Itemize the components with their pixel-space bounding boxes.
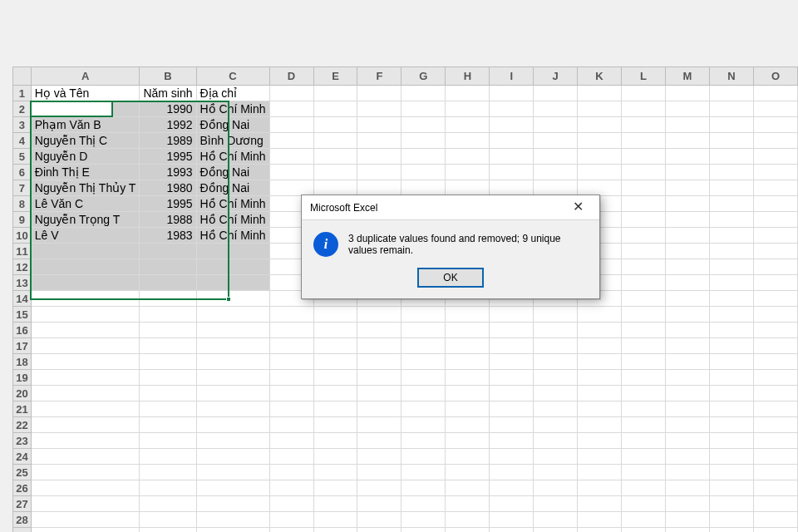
- modal-overlay: Microsoft Excel ✕ i 3 duplicate values f…: [0, 0, 798, 532]
- message-dialog: Microsoft Excel ✕ i 3 duplicate values f…: [301, 195, 600, 299]
- info-icon: i: [313, 232, 338, 257]
- dialog-titlebar[interactable]: Microsoft Excel ✕: [302, 195, 599, 220]
- ok-button[interactable]: OK: [418, 268, 483, 287]
- close-icon[interactable]: ✕: [561, 198, 594, 218]
- dialog-title: Microsoft Excel: [310, 202, 377, 214]
- dialog-message: 3 duplicate values found and removed; 9 …: [348, 233, 588, 256]
